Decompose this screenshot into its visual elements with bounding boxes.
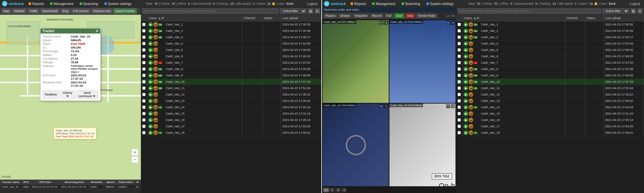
row-icon-play-6[interactable]: ▶ (464, 54, 468, 59)
vehicle-row-7[interactable]: ▶📷12Cash_Van_72021-04-23 17:37:53 (456, 60, 644, 66)
vehicle-row-11[interactable]: ▶📷24Cash_Van_112021-04-23 17:51:04 (456, 85, 644, 91)
vehicle-row-8[interactable]: ▶📷34Cash_Van_82021-04-23 17:33:38 (456, 66, 644, 72)
btn-snapshot[interactable]: Snapshot (353, 13, 369, 18)
map-area[interactable]: KOTA KEMUNING BANDAR PUCHONG Cyberjaya P… (0, 15, 141, 180)
row-icon-cam-5[interactable]: 📷 (469, 48, 473, 52)
row-icon-play-13[interactable]: ▶ (464, 99, 468, 103)
row-check-12[interactable] (456, 91, 463, 98)
logout-button-left[interactable]: Logout (305, 1, 319, 6)
row-check-18[interactable] (456, 130, 463, 136)
row-icon-play-15[interactable]: ▶ (464, 111, 468, 116)
row-icon-cam-9[interactable]: 📷 (469, 73, 473, 78)
row-icon-play-3[interactable]: ▶ (148, 35, 153, 40)
icon-btn-grid-right[interactable]: ⊞ (631, 8, 636, 14)
row-icon-play-9[interactable]: ▶ (148, 73, 153, 78)
row-icon-cam-7[interactable]: 📷 (469, 60, 473, 65)
row-check-14[interactable] (141, 104, 148, 110)
row-check-1[interactable] (141, 21, 148, 27)
btn-history[interactable]: History ▼ (61, 90, 75, 99)
row-icon-play-10[interactable]: ▶ (464, 79, 468, 84)
video-maximize[interactable]: □ (449, 14, 451, 18)
icon-btn-list-left[interactable]: ≡ (315, 8, 320, 14)
row-icon-cam-10[interactable]: 📷 (153, 79, 158, 84)
row-icon-cam-16[interactable]: 📷 (469, 118, 473, 122)
row-icon-play-4[interactable]: ▶ (464, 41, 468, 46)
row-icon-cam-4[interactable]: 📷 (153, 41, 158, 46)
row-icon-play-12[interactable]: ▶ (148, 92, 153, 97)
vehicle-row-4[interactable]: ▶📷Cash_Van_42021-04-23 17:52:09 (141, 41, 321, 47)
vehicle-row-14[interactable]: ▶📷5Cash_Van_142021-04-23 17:44:16 (456, 104, 644, 111)
zoom-out-button[interactable]: − (131, 156, 138, 163)
row-icon-cam-6[interactable]: 📷 (469, 54, 473, 59)
row-icon-cam-17[interactable]: 📷 (153, 124, 158, 129)
sort-down-right[interactable]: ▼ (476, 16, 479, 20)
row-icon-play-18[interactable]: ▶ (148, 130, 153, 135)
vehicle-row-8[interactable]: ▶📷34Cash_Van_82021-04-23 17:33:38 (141, 66, 321, 72)
row-icon-play-2[interactable]: ▶ (148, 28, 153, 33)
row-check-2[interactable] (141, 28, 148, 34)
row-icon-play-7[interactable]: ▶ (148, 60, 153, 65)
row-check-7[interactable] (141, 60, 148, 66)
vc-btn-x-1[interactable]: ✕ (384, 21, 388, 25)
row-icon-cam-15[interactable]: 📷 (153, 111, 158, 116)
row-icon-cam-3[interactable]: 📷 (469, 35, 473, 40)
map-btn-map[interactable]: Map (1, 8, 11, 14)
row-icon-play-6[interactable]: ▶ (148, 54, 153, 59)
row-icon-play-8[interactable]: ▶ (148, 67, 153, 71)
zoom-in-button[interactable]: + (131, 149, 138, 155)
row-icon-play-4[interactable]: ▶ (148, 41, 153, 46)
row-icon-play-5[interactable]: ▶ (148, 48, 153, 52)
video-cell-3[interactable]: Cash_Van_10 CH3 54kb/s 📷 ✕ (323, 104, 389, 186)
sort-down-left[interactable]: ▼ (161, 16, 164, 20)
btn-start[interactable]: Start (394, 13, 405, 18)
online-filter-left[interactable]: Online filter (280, 8, 307, 14)
vehicle-row-1[interactable]: ▶📷30Cash_Van_12021-04-23 17:30:35 (141, 21, 321, 28)
vehicle-row-17[interactable]: ▶📷Cash_Van_172021-04-23 17:53:26 (456, 123, 644, 130)
row-check-10[interactable] (141, 79, 148, 85)
vehicle-row-9[interactable]: ▶📷40Cash_Van_92021-04-23 17:46:58 (456, 72, 644, 79)
row-icon-cam-14[interactable]: 📷 (469, 105, 473, 110)
row-icon-play-1[interactable]: ▶ (148, 22, 153, 27)
row-icon-cam-15[interactable]: 📷 (469, 111, 473, 116)
row-icon-cam-2[interactable]: 📷 (153, 28, 158, 33)
vc-btn-x-3[interactable]: ✕ (384, 104, 388, 108)
vehicle-row-15[interactable]: ▶📷Cash_Van_152021-04-23 17:31:19 (141, 111, 321, 117)
row-check-4[interactable] (141, 41, 148, 47)
row-check-6[interactable] (456, 53, 463, 59)
icon-btn-list-right[interactable]: ≡ (637, 8, 643, 14)
vehicle-row-9[interactable]: ▶📷40Cash_Van_92021-04-23 17:46:58 (141, 72, 321, 79)
map-btn-bing[interactable]: Bing (60, 8, 70, 14)
row-check-4[interactable] (456, 41, 463, 47)
row-icon-cam-6[interactable]: 📷 (153, 54, 158, 59)
row-icon-play-17[interactable]: ▶ (464, 124, 468, 129)
vehicle-row-11[interactable]: ▶📷24Cash_Van_112021-04-23 17:51:04 (141, 85, 321, 91)
nav-management-right[interactable]: Management (369, 1, 398, 6)
row-icon-play-10[interactable]: ▶ (148, 79, 153, 84)
row-icon-cam-2[interactable]: 📷 (469, 28, 473, 33)
vehicle-row-12[interactable]: ▶📷Cash_Van_122021-04-23 17:36:22 (456, 91, 644, 98)
vehicle-row-6[interactable]: ▶📷Cash_Van_62021-04-23 17:49:20 (141, 53, 321, 60)
row-check-12[interactable] (141, 91, 148, 98)
btn-realtime[interactable]: Realtime (43, 90, 59, 99)
vehicle-row-14[interactable]: ▶📷5Cash_Van_142021-04-23 17:44:16 (141, 104, 321, 111)
vehicle-row-6[interactable]: ▶📷Cash_Van_62021-04-23 17:49:20 (456, 53, 644, 60)
popup-close[interactable]: ✕ (96, 29, 98, 33)
row-check-11[interactable] (141, 85, 148, 91)
row-icon-cam-12[interactable]: 📷 (153, 92, 158, 97)
btn-screen-ratio[interactable]: Screen Ratio (416, 13, 437, 18)
btn-stream[interactable]: Stream (338, 13, 352, 18)
vehicle-row-15[interactable]: ▶📷Cash_Van_152021-04-23 17:31:19 (456, 111, 644, 117)
row-icon-play-14[interactable]: ▶ (464, 105, 468, 110)
vc-btn-cam-4[interactable]: 📷 (446, 104, 450, 108)
sort-up-right[interactable]: ▲ (474, 16, 477, 20)
row-icon-cam-10[interactable]: 📷 (469, 79, 473, 84)
row-check-17[interactable] (456, 123, 463, 129)
row-icon-play-15[interactable]: ▶ (148, 111, 153, 116)
row-icon-play-3[interactable]: ▶ (464, 35, 468, 40)
row-icon-cam-3[interactable]: 📷 (153, 35, 158, 40)
row-icon-play-1[interactable]: ▶ (464, 22, 468, 27)
row-check-16[interactable] (456, 117, 463, 123)
vehicle-row-16[interactable]: ▶📷Cash_Van_162021-04-23 17:45:13 (456, 117, 644, 123)
row-icon-play-17[interactable]: ▶ (148, 124, 153, 129)
row-check-1[interactable] (456, 21, 463, 27)
